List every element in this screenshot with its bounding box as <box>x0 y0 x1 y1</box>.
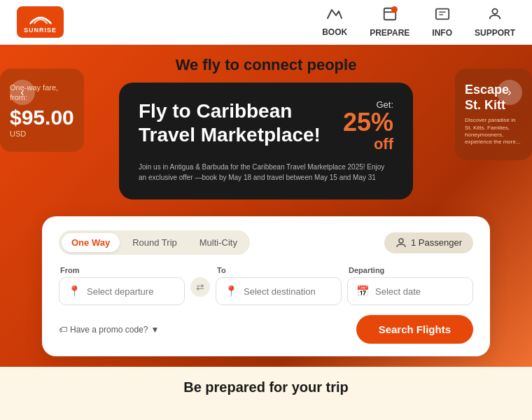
swap-icon: ⇄ <box>190 277 210 297</box>
nav-book-label: BOOK <box>322 27 347 37</box>
from-input[interactable]: 📍 Select departure <box>59 277 185 305</box>
escape-description: Discover paradise in St. Kitts. Families… <box>465 117 522 146</box>
search-widget: One Way Round Trip Multi-City 1 Passenge… <box>42 216 490 356</box>
header: SUNRISE BOOK PREPARE INFO SUPPORT <box>0 0 532 45</box>
nav-book[interactable]: BOOK <box>322 7 347 37</box>
from-placeholder: Select departure <box>87 286 153 297</box>
tab-one-way[interactable]: One Way <box>62 233 120 252</box>
promo-label: Have a promo code? <box>70 325 148 335</box>
next-arrow-button[interactable]: › <box>497 80 522 105</box>
swap-button[interactable]: ⇄ <box>190 266 210 305</box>
svg-point-2 <box>391 6 398 13</box>
logo-text: SUNRISE <box>24 27 57 34</box>
promo-title: Fly to Caribbean Travel Marketplace! <box>139 99 330 146</box>
prepare-icon <box>382 6 398 25</box>
nav-prepare-label: PREPARE <box>370 28 410 38</box>
info-icon <box>435 6 450 25</box>
tag-icon: 🏷 <box>59 325 67 335</box>
fare-currency: USD <box>10 130 74 138</box>
passenger-selector[interactable]: 1 Passenger <box>384 232 473 253</box>
destination-icon: 📍 <box>225 285 238 298</box>
tab-multi-city[interactable]: Multi-City <box>190 233 247 252</box>
logo[interactable]: SUNRISE <box>17 6 64 38</box>
cards-row: One-way fare, from: $95.00 USD Fly to Ca… <box>0 83 532 200</box>
svg-point-6 <box>492 9 497 14</box>
date-input[interactable]: 📅 Select date <box>347 277 473 305</box>
hero-tagline: We fly to connect people <box>0 45 532 83</box>
search-flights-button[interactable]: Search Flights <box>356 315 473 344</box>
promo-description: Join us in Antigua & Barbuda for the Car… <box>139 162 393 183</box>
from-label: From <box>60 266 185 274</box>
fare-price: $95.00 <box>10 106 74 130</box>
center-promo-card: Fly to Caribbean Travel Marketplace! Get… <box>119 83 413 200</box>
trip-type-tabs: One Way Round Trip Multi-City <box>59 230 250 255</box>
nav-info-label: INFO <box>432 28 452 38</box>
offer-box: Get: 25% off <box>330 99 393 153</box>
book-icon <box>326 7 343 24</box>
nav-support-label: SUPPORT <box>475 28 515 38</box>
passenger-icon <box>396 237 407 248</box>
svg-rect-3 <box>435 9 448 20</box>
to-label: To <box>217 266 342 274</box>
from-field-group: From 📍 Select departure <box>59 266 185 305</box>
location-icon: 📍 <box>68 285 81 298</box>
svg-point-7 <box>399 239 403 243</box>
to-input[interactable]: 📍 Select destination <box>216 277 342 305</box>
discount-value: 25% <box>343 110 393 135</box>
calendar-icon: 📅 <box>356 285 370 298</box>
to-placeholder: Select destination <box>244 286 316 297</box>
search-fields: From 📍 Select departure ⇄ To 📍 Select de… <box>59 266 473 305</box>
chevron-down-icon: ▼ <box>150 325 159 335</box>
off-label: off <box>374 135 393 153</box>
date-placeholder: Select date <box>375 286 421 297</box>
prev-arrow-button[interactable]: ‹ <box>10 80 35 105</box>
departing-label: Departing <box>349 266 473 274</box>
nav-prepare[interactable]: PREPARE <box>370 6 410 38</box>
tab-round-trip[interactable]: Round Trip <box>122 233 187 252</box>
tabs-row: One Way Round Trip Multi-City 1 Passenge… <box>59 230 473 255</box>
support-icon <box>487 6 503 25</box>
hero-section: We fly to connect people ‹ › One-way far… <box>0 45 532 367</box>
search-bottom-row: 🏷 Have a promo code? ▼ Search Flights <box>59 315 473 344</box>
card-top-row: Fly to Caribbean Travel Marketplace! Get… <box>139 99 393 153</box>
footer-tagline: Be prepared for your trip <box>0 367 532 401</box>
passenger-count: 1 Passenger <box>411 237 462 248</box>
promo-link[interactable]: 🏷 Have a promo code? ▼ <box>59 325 159 335</box>
logo-icon <box>28 10 53 26</box>
main-nav: BOOK PREPARE INFO SUPPORT <box>322 6 515 38</box>
to-field-group: To 📍 Select destination <box>216 266 342 305</box>
nav-info[interactable]: INFO <box>432 6 452 38</box>
nav-support[interactable]: SUPPORT <box>475 6 515 38</box>
date-field-group: Departing 📅 Select date <box>347 266 473 305</box>
